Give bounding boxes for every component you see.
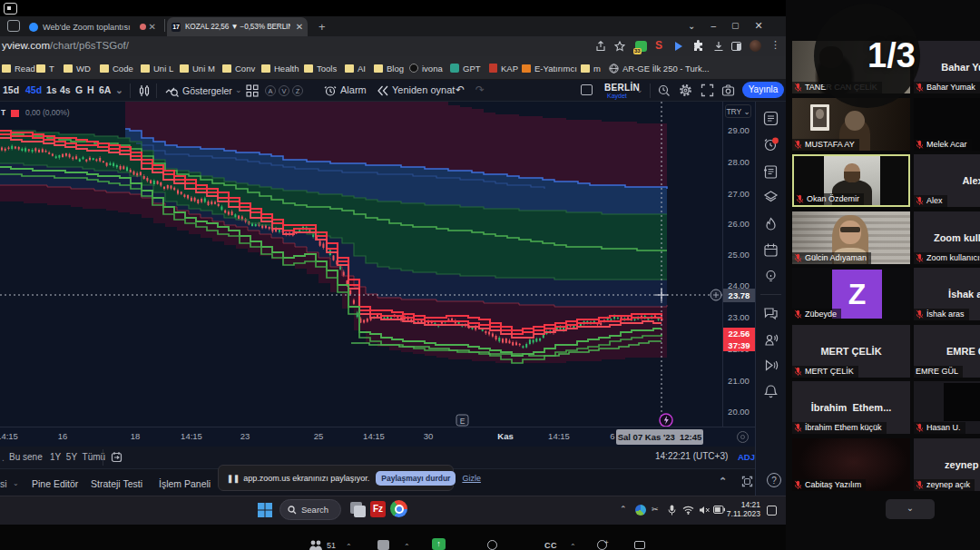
svg-text:0,00 (0,00%): 0,00 (0,00%) — [25, 108, 70, 117]
svg-text:T: T — [1, 108, 6, 117]
svg-text:E: E — [460, 417, 466, 426]
